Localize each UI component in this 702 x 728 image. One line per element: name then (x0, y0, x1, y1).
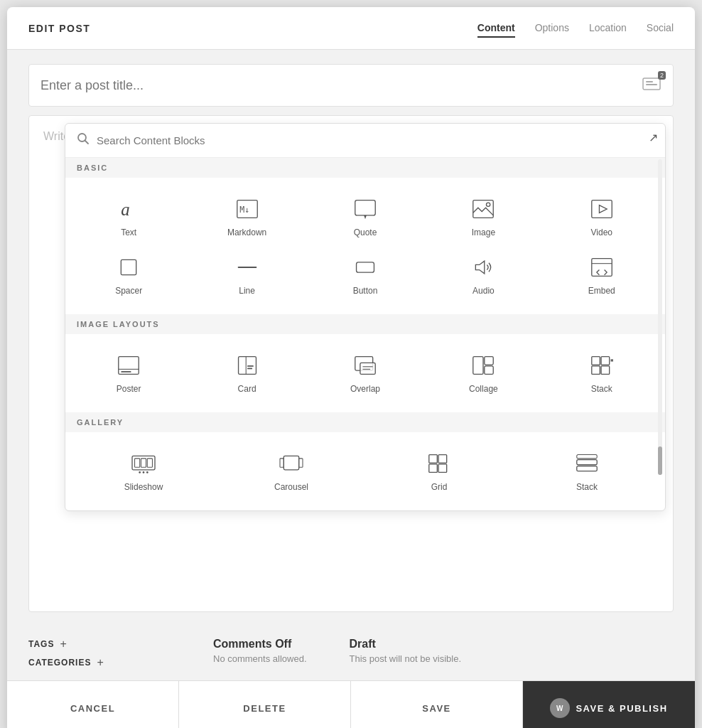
meta-tags-categories: TAGS + CATEGORIES + (28, 638, 171, 669)
svg-rect-53 (429, 464, 438, 473)
content-blocks-popup: ↗ BASIC (65, 123, 666, 511)
categories-add-button[interactable]: + (97, 656, 103, 669)
save-publish-button[interactable]: W SAVE & PUBLISH (523, 681, 695, 728)
block-text[interactable]: a Text (71, 189, 186, 245)
svg-rect-44 (147, 459, 152, 467)
search-icon (77, 132, 90, 149)
title-input[interactable] (40, 78, 642, 93)
tab-social[interactable]: Social (647, 19, 674, 38)
svg-rect-42 (135, 459, 140, 467)
title-icon: 2 (642, 75, 662, 96)
tab-content[interactable]: Content (477, 19, 515, 38)
quote-icon (351, 196, 379, 222)
title-badge: 2 (658, 71, 666, 80)
title-input-container: 2 (28, 64, 674, 107)
block-stack-gallery[interactable]: Stack (514, 444, 659, 499)
spacer-icon (114, 255, 143, 280)
search-input[interactable] (97, 134, 654, 146)
svg-rect-22 (122, 371, 131, 373)
tab-options[interactable]: Options (535, 19, 569, 38)
svg-marker-9 (364, 215, 367, 219)
carousel-icon (277, 451, 306, 476)
block-stack-layout[interactable]: Stack (544, 346, 659, 401)
draft-subtitle: This post will not be visible. (350, 653, 462, 664)
block-grid[interactable]: Grid (367, 444, 512, 499)
markdown-icon: M↓ (233, 196, 261, 222)
svg-point-45 (139, 471, 141, 473)
svg-rect-56 (577, 466, 597, 471)
blocks-image-layouts-grid: Poster Card (65, 334, 665, 412)
categories-label: CATEGORIES (28, 658, 91, 668)
block-stack-layout-label: Stack (591, 384, 612, 394)
video-icon (588, 196, 616, 222)
header: EDIT POST Content Options Location Socia… (7, 7, 695, 50)
save-publish-label: SAVE & PUBLISH (576, 703, 667, 714)
svg-rect-25 (247, 365, 254, 367)
block-image[interactable]: Image (426, 189, 541, 245)
stack-layout-icon (588, 353, 616, 378)
tags-add-button[interactable]: + (60, 638, 66, 651)
svg-rect-48 (284, 456, 298, 470)
popup-scrollbar[interactable] (658, 159, 662, 475)
block-video-label: Video (591, 228, 612, 237)
block-video[interactable]: Video (544, 189, 659, 245)
section-image-layouts-header: IMAGE LAYOUTS (65, 314, 665, 334)
block-line[interactable]: Line (189, 247, 304, 303)
embed-icon (588, 255, 616, 280)
svg-rect-41 (132, 456, 155, 470)
svg-rect-2 (646, 84, 657, 85)
svg-text:a: a (122, 200, 130, 219)
block-card[interactable]: Card (189, 346, 304, 401)
svg-rect-35 (601, 357, 610, 365)
page-title: EDIT POST (28, 23, 90, 34)
block-poster[interactable]: Poster (71, 346, 186, 401)
text-icon: a (114, 196, 143, 222)
block-image-label: Image (472, 228, 495, 237)
block-overlap[interactable]: Overlap (308, 346, 423, 401)
footer-bar: CANCEL DELETE SAVE W SAVE & PUBLISH (7, 680, 695, 728)
button-icon (351, 255, 379, 280)
svg-rect-23 (238, 357, 256, 375)
svg-marker-13 (599, 205, 607, 213)
block-quote[interactable]: Quote (308, 189, 423, 245)
svg-rect-32 (485, 357, 493, 365)
block-overlap-label: Overlap (350, 384, 380, 394)
comments-subtitle: No comments allowed. (213, 653, 307, 664)
section-gallery-header: GALLERY (65, 412, 665, 432)
poster-icon (114, 353, 143, 378)
overlap-icon (351, 353, 379, 378)
svg-rect-28 (360, 363, 375, 374)
svg-rect-14 (122, 259, 136, 274)
block-stack-gallery-label: Stack (576, 482, 598, 492)
block-collage-label: Collage (469, 384, 498, 394)
svg-text:M↓: M↓ (239, 205, 249, 215)
block-embed[interactable]: Embed (544, 247, 659, 303)
save-button[interactable]: SAVE (351, 681, 523, 728)
card-icon (233, 353, 261, 378)
stack-gallery-icon (573, 451, 601, 476)
cancel-button[interactable]: CANCEL (7, 681, 179, 728)
block-carousel[interactable]: Carousel (219, 444, 364, 499)
svg-line-4 (85, 141, 89, 144)
block-button[interactable]: Button (308, 247, 423, 303)
audio-icon (469, 255, 497, 280)
tab-location[interactable]: Location (589, 19, 627, 38)
comments-title: Comments Off (213, 638, 307, 651)
block-markdown[interactable]: M↓ Markdown (189, 189, 304, 245)
block-audio[interactable]: Audio (426, 247, 541, 303)
block-card-label: Card (238, 384, 256, 394)
categories-row: CATEGORIES + (28, 656, 171, 669)
delete-button[interactable]: DELETE (179, 681, 351, 728)
block-collage[interactable]: Collage (426, 346, 541, 401)
block-slideshow[interactable]: Slideshow (71, 444, 216, 499)
block-spacer-label: Spacer (115, 286, 142, 296)
block-grid-label: Grid (431, 482, 448, 492)
block-spacer[interactable]: Spacer (71, 247, 186, 303)
block-text-label: Text (121, 228, 136, 237)
svg-rect-37 (601, 366, 610, 375)
svg-rect-10 (473, 200, 493, 218)
expand-icon[interactable]: ↗ (649, 131, 658, 144)
svg-rect-51 (429, 455, 438, 464)
svg-point-46 (143, 471, 145, 473)
svg-rect-49 (280, 459, 284, 467)
